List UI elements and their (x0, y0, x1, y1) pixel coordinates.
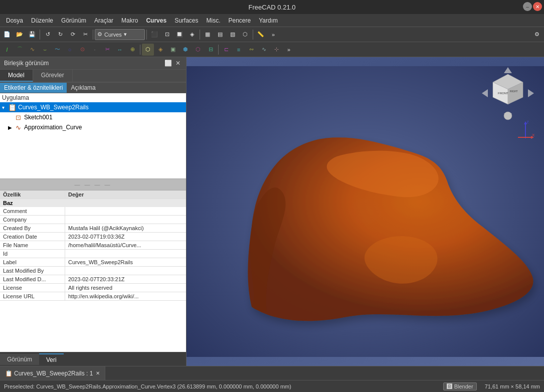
titlebar: FreeCAD 0.21.0 – ✕ (0, 0, 544, 14)
menu-dosya[interactable]: Dosya (2, 16, 27, 25)
view-area[interactable]: FRONT RIGHT Z X (187, 57, 544, 366)
tab-model[interactable]: Model (0, 70, 33, 82)
prop-label-aciklama[interactable]: Açıklama (67, 83, 99, 93)
tab-gorevler[interactable]: Görevler (33, 70, 73, 82)
bv-tab-veri[interactable]: Veri (39, 353, 64, 365)
panel-close[interactable]: ✕ (174, 59, 182, 67)
tb-extend[interactable]: ↔ (114, 44, 126, 56)
tb-new[interactable]: 📄 (1, 29, 13, 41)
tb-line[interactable]: / (1, 44, 13, 56)
tb-perspective[interactable]: ◈ (186, 29, 198, 41)
tb-sweep[interactable]: ⬡ (142, 44, 154, 56)
prop-row-filename[interactable]: File Name /home/halil/Masaüstü/Curve... (0, 241, 186, 250)
close-button[interactable]: ✕ (533, 2, 542, 11)
tb-gordon[interactable]: ⬡ (192, 44, 204, 56)
prop-key-license: License (0, 284, 65, 292)
tb-view-iso[interactable]: ⬡ (239, 29, 251, 41)
tb-draw-style[interactable]: 🔲 (173, 29, 186, 41)
tb-redo[interactable]: ↻ (54, 29, 66, 41)
menu-yardim[interactable]: Yardım (255, 16, 282, 25)
tb-cut[interactable]: ✂ (79, 29, 91, 41)
prop-row-company[interactable]: Company (0, 216, 186, 224)
menu-araclar[interactable]: Araçlar (90, 16, 117, 25)
tb-settings[interactable]: ⚙ (531, 29, 543, 41)
menu-surfaces[interactable]: Surfaces (170, 16, 202, 25)
panel-expand[interactable]: ⬜ (164, 59, 172, 67)
prop-row-label[interactable]: Label Curves_WB_Sweep2Rails (0, 258, 186, 267)
tb-save[interactable]: 💾 (26, 29, 38, 41)
statusbar: Preselected: Curves_WB_Sweep2Rails.Appro… (0, 380, 544, 392)
prop-row-createdby[interactable]: Created By Mustafa Halil (@AcikKaynakci) (0, 224, 186, 233)
prop-row-creationdate[interactable]: Creation Date 2023-02-07T19:03:36Z (0, 233, 186, 241)
svg-marker-1 (504, 67, 512, 73)
prop-row-licenseurl[interactable]: License URL http://en.wikipedia.org/wiki… (0, 292, 186, 301)
tb-view-top[interactable]: ▤ (214, 29, 226, 41)
tree-item-root[interactable]: ▾ 📋 Curves_WB_Sweep2Rails (0, 102, 186, 112)
prop-col-key: Özellik (0, 190, 65, 199)
prop-label-etiketler[interactable]: Etiketler & öznitelikleri (0, 83, 67, 93)
tb-fill[interactable]: ▣ (167, 44, 179, 56)
tb2-sep-1 (140, 45, 140, 55)
tb-more[interactable]: » (267, 29, 279, 41)
prop-row-comment[interactable]: Comment (0, 207, 186, 216)
tree-item-sketch[interactable]: ⊡ Sketch001 (6, 112, 186, 122)
tree-area: Uygulama ▾ 📋 Curves_WB_Sweep2Rails ⊡ Ske… (0, 93, 186, 178)
view-tab-close[interactable]: ✕ (96, 370, 100, 376)
tb-spline[interactable]: ∿ (26, 44, 38, 56)
tb-view-right[interactable]: ▧ (227, 29, 239, 41)
bv-tab-gorunum[interactable]: Görünüm (0, 354, 39, 365)
app-title: FreeCAD 0.21.0 (249, 4, 296, 11)
tb-more2[interactable]: » (283, 44, 295, 56)
prop-row-lastmodd[interactable]: Last Modified D... 2023-02-07T20:33:21Z (0, 275, 186, 284)
minimize-button[interactable]: – (523, 2, 532, 11)
tb-approx[interactable]: ∾ (245, 44, 257, 56)
prop-val-label: Curves_WB_Sweep2Rails (65, 258, 186, 266)
tb-open[interactable]: 📂 (14, 29, 26, 41)
prop-key-lastmodby: Last Modified By (0, 267, 65, 275)
tb-point[interactable]: · (89, 44, 101, 56)
menu-curves[interactable]: Curves (142, 16, 170, 25)
tb-zoom-fit[interactable]: ⬛ (148, 29, 160, 41)
tb-zoom-sel[interactable]: ⊡ (161, 29, 173, 41)
tb-sep-4 (200, 30, 200, 40)
tb-project[interactable]: ⊏ (220, 44, 232, 56)
tb-isocurve[interactable]: ≡ (233, 44, 245, 56)
view-tab-main[interactable]: 📋 Curves_WB_Sweep2Rails : 1 ✕ (0, 366, 105, 380)
prop-row-lastmodby[interactable]: Last Modified By (0, 267, 186, 275)
svg-text:X: X (532, 133, 535, 137)
prop-key-licenseurl: License URL (0, 292, 65, 300)
tb-circle[interactable]: ○ (64, 44, 76, 56)
tb2-sep-2 (218, 45, 219, 55)
prop-row-id[interactable]: Id (0, 250, 186, 258)
prop-val-licenseurl: http://en.wikipedia.org/wiki/... (65, 292, 186, 300)
tb-patch[interactable]: ⬢ (179, 44, 192, 56)
tb-arc[interactable]: ⌒ (14, 44, 26, 56)
tb-join[interactable]: ⊕ (126, 44, 138, 56)
tb-sep-5 (253, 30, 253, 40)
prop-key-filename: File Name (0, 241, 65, 249)
menu-gorunum[interactable]: Görünüm (57, 16, 90, 25)
prop-row-license[interactable]: License All rights reserved (0, 284, 186, 292)
tb-ellipse[interactable]: ⊙ (76, 44, 88, 56)
menu-makro[interactable]: Makro (117, 16, 142, 25)
menu-duzenle[interactable]: Düzenle (27, 16, 57, 25)
tb-undo[interactable]: ↺ (42, 29, 54, 41)
prop-key-comment: Comment (0, 207, 65, 215)
workbench-dropdown[interactable]: ⚙ Curves ▾ (95, 29, 145, 40)
tree-item-approx[interactable]: ▶ ∿ Approximation_Curve (6, 122, 186, 132)
tb-interp[interactable]: ∿ (258, 44, 270, 56)
menu-misc[interactable]: Misc. (202, 16, 224, 25)
navigation-cube[interactable]: FRONT RIGHT Z X (478, 63, 538, 123)
menu-pencere[interactable]: Pencere (224, 16, 255, 25)
tb-fence[interactable]: ⊟ (205, 44, 217, 56)
tb-param[interactable]: ⊹ (270, 44, 282, 56)
menubar: Dosya Düzenle Görünüm Araçlar Makro Curv… (0, 14, 544, 27)
tb-nurbs[interactable]: 〜 (51, 44, 63, 56)
view-tab-label: Curves_WB_Sweep2Rails : 1 (14, 370, 93, 377)
tb-view-front[interactable]: ▦ (202, 29, 214, 41)
tb-loft[interactable]: ◈ (154, 44, 166, 56)
tb-refresh[interactable]: ⟳ (67, 29, 79, 41)
tb-bezier[interactable]: ⌣ (39, 44, 51, 56)
tb-trim[interactable]: ✂ (101, 44, 113, 56)
tb-measure[interactable]: 📏 (255, 29, 267, 41)
